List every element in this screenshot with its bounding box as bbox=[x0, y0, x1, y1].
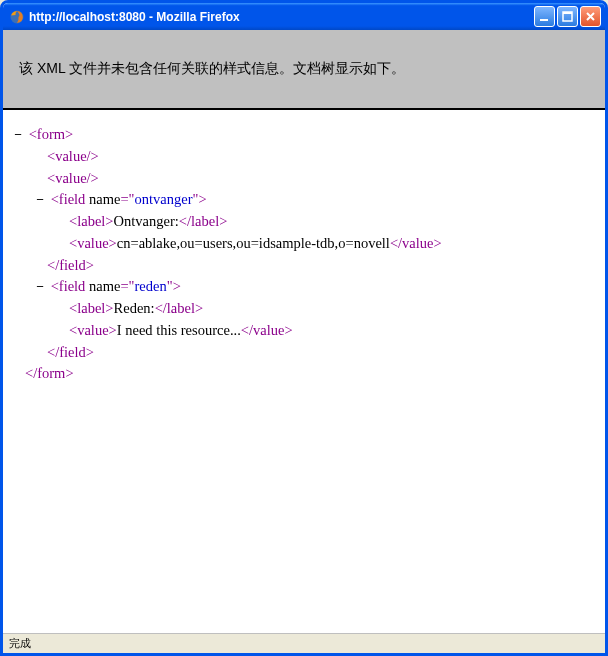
xml-node: <value>cn=ablake,ou=users,ou=idsample-td… bbox=[11, 233, 597, 255]
titlebar[interactable]: http://localhost:8080 - Mozilla Firefox bbox=[3, 3, 605, 30]
banner-text: 该 XML 文件并未包含任何关联的样式信息。文档树显示如下。 bbox=[19, 60, 405, 76]
text-content: Ontvanger: bbox=[114, 213, 179, 229]
minimize-button[interactable] bbox=[534, 6, 555, 27]
maximize-button[interactable] bbox=[557, 6, 578, 27]
attr-name: name bbox=[89, 278, 120, 294]
statusbar: 完成 bbox=[3, 633, 605, 653]
xml-node: − <field name="reden"> bbox=[11, 276, 597, 298]
tag-open: <value> bbox=[69, 322, 117, 338]
xml-node: <value/> bbox=[11, 168, 597, 190]
tag-close: </field> bbox=[47, 344, 94, 360]
status-text: 完成 bbox=[9, 636, 31, 651]
collapse-toggle[interactable]: − bbox=[33, 277, 47, 297]
close-button[interactable] bbox=[580, 6, 601, 27]
xml-node: <value>I need this resource...</value> bbox=[11, 320, 597, 342]
browser-window: http://localhost:8080 - Mozilla Firefox … bbox=[0, 0, 608, 656]
tag-self: <value/> bbox=[47, 148, 99, 164]
tag-open: <form> bbox=[29, 126, 74, 142]
xml-node: </form> bbox=[11, 363, 597, 385]
tag-close: </value> bbox=[390, 235, 442, 251]
svg-rect-1 bbox=[540, 19, 548, 21]
attr-name: name bbox=[89, 191, 120, 207]
tag-open: <value> bbox=[69, 235, 117, 251]
firefox-icon bbox=[9, 9, 25, 25]
tag-close: </form> bbox=[25, 365, 74, 381]
xml-info-banner: 该 XML 文件并未包含任何关联的样式信息。文档树显示如下。 bbox=[3, 30, 605, 110]
tag-close: </field> bbox=[47, 257, 94, 273]
xml-node: − <field name="ontvanger"> bbox=[11, 189, 597, 211]
window-title: http://localhost:8080 - Mozilla Firefox bbox=[29, 10, 534, 24]
xml-node: − <form> bbox=[11, 124, 597, 146]
attr-value: ontvanger bbox=[135, 191, 193, 207]
tag-open: <field bbox=[51, 191, 89, 207]
tag-part: "> bbox=[193, 191, 207, 207]
tag-part: =" bbox=[120, 278, 134, 294]
xml-node: </field> bbox=[11, 342, 597, 364]
tag-open: <label> bbox=[69, 213, 114, 229]
tag-self: <value/> bbox=[47, 170, 99, 186]
tag-close: </label> bbox=[179, 213, 228, 229]
xml-node: </field> bbox=[11, 255, 597, 277]
xml-tree: − <form> <value/> <value/> − <field name… bbox=[3, 110, 605, 633]
xml-node: <label>Ontvanger:</label> bbox=[11, 211, 597, 233]
xml-node: <label>Reden:</label> bbox=[11, 298, 597, 320]
tag-open: <label> bbox=[69, 300, 114, 316]
collapse-toggle[interactable]: − bbox=[33, 190, 47, 210]
xml-node: <value/> bbox=[11, 146, 597, 168]
text-content: I need this resource... bbox=[117, 322, 241, 338]
collapse-toggle[interactable]: − bbox=[11, 125, 25, 145]
attr-value: reden bbox=[135, 278, 167, 294]
text-content: cn=ablake,ou=users,ou=idsample-tdb,o=nov… bbox=[117, 235, 390, 251]
text-content: Reden: bbox=[114, 300, 155, 316]
tag-close: </value> bbox=[241, 322, 293, 338]
tag-open: <field bbox=[51, 278, 89, 294]
tag-part: =" bbox=[120, 191, 134, 207]
window-buttons bbox=[534, 6, 601, 27]
tag-part: "> bbox=[167, 278, 181, 294]
svg-rect-3 bbox=[563, 12, 572, 14]
tag-close: </label> bbox=[155, 300, 204, 316]
